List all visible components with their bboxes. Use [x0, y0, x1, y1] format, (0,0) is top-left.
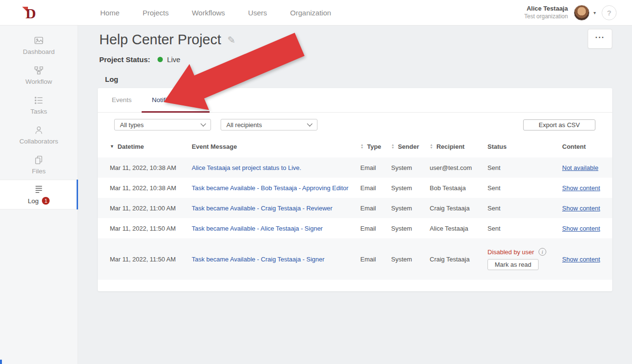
sidebar-item-workflow[interactable]: Workflow [0, 60, 78, 90]
user-menu-caret-icon[interactable]: ▾ [593, 10, 596, 15]
log-card: Events Notifications 1 All types All rec… [98, 88, 612, 291]
cell-status: Sent [487, 205, 562, 212]
avatar[interactable] [574, 5, 590, 21]
header-content: Content [562, 143, 604, 150]
cell-sender: System [391, 256, 430, 263]
edit-title-pencil-icon[interactable]: ✎ [227, 34, 236, 46]
status-disabled-line: Disabled by user i [487, 248, 546, 256]
cell-status: Disabled by user i Mark as read [487, 248, 562, 270]
header-datetime[interactable]: ▼ Datetime [110, 143, 192, 150]
page-title-row: Help Center Project ✎ [99, 32, 236, 48]
tab-notifications-label: Notifications [152, 96, 187, 104]
cell-type: Email [360, 184, 391, 192]
content-link[interactable]: Not available [562, 164, 598, 171]
help-button[interactable]: ? [602, 5, 617, 20]
table-body: Mar 11, 2022, 10:38 AM Alice Testaaja se… [98, 157, 612, 280]
type-filter-value: All types [120, 121, 144, 129]
main-content: Help Center Project ✎ ... Project Status… [78, 26, 632, 364]
ellipsis-icon: ... [595, 29, 605, 42]
header-sender[interactable]: ▲▼ Sender [391, 143, 430, 150]
cell-type: Email [360, 225, 391, 232]
type-filter-dropdown[interactable]: All types [114, 119, 211, 130]
project-status-value: Live [167, 55, 181, 64]
table-row: Mar 11, 2022, 11:00 AM Task became Avail… [98, 198, 612, 218]
status-disabled-text: Disabled by user [487, 248, 534, 256]
dashboard-icon [34, 36, 44, 46]
cell-type: Email [360, 205, 391, 212]
header-recipient[interactable]: ▲▼ Recipient [430, 143, 487, 150]
header-status: Status [487, 143, 562, 150]
nav-item-workflows[interactable]: Workflows [192, 9, 225, 17]
mark-as-read-button[interactable]: Mark as read [487, 259, 539, 270]
app-logo-icon[interactable]: D [20, 4, 38, 21]
nav-item-projects[interactable]: Projects [143, 9, 169, 17]
sort-icon: ▲▼ [360, 143, 364, 149]
content-link[interactable]: Show content [562, 225, 600, 232]
recipient-filter-value: All recipients [226, 121, 262, 129]
main-nav: Home Projects Workflows Users Organizati… [100, 9, 331, 17]
sidebar-item-tasks[interactable]: Tasks [0, 90, 78, 120]
nav-item-organization[interactable]: Organization [290, 9, 331, 17]
page-title: Help Center Project [99, 32, 221, 48]
cell-status: Sent [487, 164, 562, 171]
question-icon: ? [607, 9, 611, 17]
sidebar-accent-corner [0, 360, 2, 364]
project-status-row: Project Status: Live [99, 55, 180, 64]
cell-status: Sent [487, 184, 562, 192]
sidebar-item-collaborators[interactable]: Collaborators [0, 120, 78, 150]
event-message-link[interactable]: Task became Available - Craig Testaaja -… [192, 256, 325, 263]
cell-datetime: Mar 11, 2022, 11:00 AM [110, 205, 192, 212]
recipient-filter-dropdown[interactable]: All recipients [221, 119, 317, 130]
sidebar-item-label: Dashboard [23, 48, 54, 55]
sidebar-item-label: Files [32, 168, 46, 175]
table-row: Mar 11, 2022, 11:50 AM Task became Avail… [98, 218, 612, 238]
event-message-link[interactable]: Task became Available - Craig Testaaja -… [192, 205, 332, 212]
table-row: Mar 11, 2022, 10:38 AM Alice Testaaja se… [98, 157, 612, 178]
cell-datetime: Mar 11, 2022, 11:50 AM [110, 225, 192, 232]
sidebar-item-dashboard[interactable]: Dashboard [0, 30, 78, 60]
export-csv-button[interactable]: Export as CSV [523, 119, 595, 130]
sidebar-item-log[interactable]: Log 1 [0, 180, 78, 209]
sidebar-item-label: Log [28, 197, 39, 205]
cell-sender: System [391, 184, 430, 192]
status-green-dot-icon [158, 57, 163, 62]
header-type[interactable]: ▲▼ Type [360, 143, 391, 150]
topnav-right: Alice Testaaja Test organization ▾ ? [524, 5, 617, 21]
cell-recipient: user@test.com [430, 164, 487, 171]
user-info: Alice Testaaja Test organization [524, 5, 568, 20]
filters-row: All types All recipients Export as CSV [98, 119, 612, 130]
cell-recipient: Alice Testaaja [430, 225, 487, 232]
cell-type: Email [360, 256, 391, 263]
event-message-link[interactable]: Alice Testaaja set project status to Liv… [192, 164, 301, 171]
info-icon[interactable]: i [539, 248, 546, 256]
sidebar-item-label: Workflow [26, 78, 52, 85]
cell-datetime: Mar 11, 2022, 10:38 AM [110, 164, 192, 171]
event-message-link[interactable]: Task became Available - Alice Testaaja -… [192, 225, 323, 232]
cell-sender: System [391, 225, 430, 232]
sort-icon: ▲▼ [391, 143, 395, 149]
log-icon [34, 184, 44, 195]
cell-datetime: Mar 11, 2022, 11:50 AM [110, 256, 192, 263]
tab-events[interactable]: Events [102, 88, 142, 113]
sidebar-item-label: Collaborators [19, 138, 58, 145]
sidebar-item-files[interactable]: Files [0, 150, 78, 180]
more-options-button[interactable]: ... [588, 29, 612, 49]
tasks-icon [34, 95, 44, 105]
sort-icon: ▲▼ [430, 143, 433, 149]
cell-recipient: Craig Testaaja [430, 256, 487, 263]
cell-sender: System [391, 164, 430, 171]
tab-notifications[interactable]: Notifications 1 [142, 88, 210, 113]
top-navbar: D Home Projects Workflows Users Organiza… [0, 0, 632, 26]
cell-recipient: Bob Testaaja [430, 184, 487, 192]
content-link[interactable]: Show content [562, 205, 600, 212]
nav-item-home[interactable]: Home [100, 9, 119, 17]
event-message-link[interactable]: Task became Available - Bob Testaaja - A… [192, 184, 348, 192]
nav-item-users[interactable]: Users [248, 9, 267, 17]
cell-sender: System [391, 205, 430, 212]
sidebar-item-label: Tasks [30, 108, 47, 115]
user-organization: Test organization [524, 13, 568, 20]
content-link[interactable]: Show content [562, 256, 600, 263]
user-name: Alice Testaaja [524, 5, 568, 13]
content-link[interactable]: Show content [562, 184, 600, 192]
notifications-badge: 1 [191, 96, 199, 104]
